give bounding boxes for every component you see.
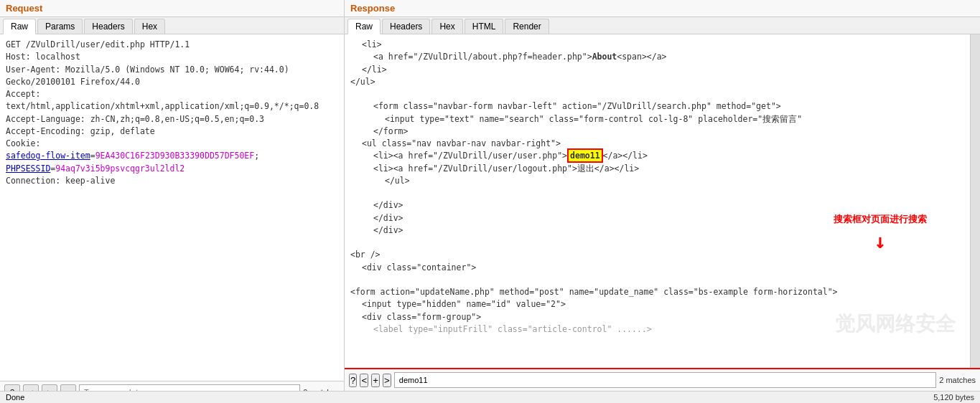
- accept-language-header: Accept-Language: zh-CN,zh;q=0.8,en-US;q=…: [6, 113, 338, 125]
- demo11-highlight: demo11: [567, 148, 603, 163]
- li-close-1: </li>: [350, 64, 964, 76]
- tab-hex-request[interactable]: Hex: [134, 19, 165, 34]
- annotation-text: 搜索框对页面进行搜索: [834, 212, 927, 227]
- connection-header: Connection: keep-alive: [6, 175, 338, 187]
- user-agent-header: User-Agent: Mozilla/5.0 (Windows NT 10.0…: [6, 64, 338, 76]
- li-logout: <li><a href="/ZVulDrill/user/logout.php"…: [350, 163, 964, 175]
- request-panel: Request Raw Params Headers Hex GET /ZVul…: [0, 0, 345, 403]
- byte-count: 5,120 bytes: [933, 393, 974, 402]
- annotation-container: 搜索框对页面进行搜索 ↓: [834, 212, 927, 257]
- response-right-inner: <li> <a href="/ZVulDrill/about.php?f=hea…: [345, 34, 980, 368]
- response-panel: Response Raw Headers Hex HTML Render <li…: [345, 0, 980, 403]
- li-1: <li>: [350, 39, 964, 51]
- div-close-1: </div>: [350, 199, 964, 212]
- form-updatename: <form action="updateName.php" method="po…: [350, 286, 964, 298]
- div-container: <div class="container">: [350, 262, 964, 274]
- input-search: <input type="text" name="search" class="…: [350, 113, 964, 125]
- status-bar: 5,120 bytes: [345, 391, 980, 403]
- scrollbar[interactable]: [970, 34, 980, 368]
- input-hidden: <input type="hidden" name="id" value="2"…: [350, 298, 964, 310]
- request-content: GET /ZVulDrill/user/edit.php HTTP/1.1 Ho…: [0, 34, 344, 381]
- tab-html-response[interactable]: HTML: [465, 19, 504, 34]
- search-input-response[interactable]: [394, 372, 936, 388]
- accept-encoding-header: Accept-Encoding: gzip, deflate: [6, 125, 338, 138]
- response-content: <li> <a href="/ZVulDrill/about.php?f=hea…: [345, 34, 970, 368]
- response-search-bar: ? < + > 2 matches: [345, 368, 980, 391]
- ul-nav: <ul class="nav navbar-nav navbar-right">: [350, 138, 964, 150]
- accept-header: Accept: text/html,application/xhtml+xml,…: [6, 88, 338, 113]
- cookie-val-phpsessid: 94aq7v3i5b9psvcqgr3ul2ldl2: [55, 163, 185, 174]
- cookie-phpsessid: PHPSESSID=94aq7v3i5b9psvcqgr3ul2ldl2: [6, 163, 338, 175]
- cookie-safedog: safedog-flow-item=9EA430C16F23D930B33390…: [6, 150, 338, 162]
- div-form-group: <div class="form-group">: [350, 311, 964, 323]
- response-tabs: Raw Headers Hex HTML Render: [345, 17, 980, 34]
- form-close: </form>: [350, 125, 964, 138]
- prev-button-response[interactable]: <: [360, 374, 368, 387]
- forward-button-response[interactable]: >: [383, 374, 391, 387]
- tab-raw-request[interactable]: Raw: [3, 19, 36, 34]
- next-button-response[interactable]: +: [371, 374, 380, 387]
- response-title: Response: [345, 0, 980, 17]
- tab-headers-request[interactable]: Headers: [84, 19, 132, 34]
- cookie-key-phpsessid: PHPSESSID: [6, 163, 50, 174]
- form-open: <form class="navbar-form navbar-left" ac…: [350, 100, 964, 113]
- host-header: Host: localhost: [6, 51, 338, 63]
- tab-headers-response[interactable]: Headers: [382, 19, 430, 34]
- cookie-key-safedog: safedog-flow-item: [6, 151, 90, 161]
- done-status: Done: [0, 391, 345, 403]
- li-demo11: <li><a href="/ZVulDrill/user/user.php">d…: [350, 150, 964, 162]
- gecko-line: Gecko/20100101 Firefox/44.0: [6, 76, 338, 88]
- tab-params[interactable]: Params: [37, 19, 83, 34]
- tab-render-response[interactable]: Render: [505, 19, 549, 34]
- tab-hex-response[interactable]: Hex: [431, 19, 462, 34]
- help-button-response[interactable]: ?: [349, 374, 357, 387]
- ul-close-1: </ul>: [350, 76, 964, 88]
- request-line: GET /ZVulDrill/user/edit.php HTTP/1.1: [6, 39, 338, 51]
- cookie-val-safedog: 9EA430C16F23D930B33390DD57DF50EF: [95, 151, 255, 161]
- tab-raw-response[interactable]: Raw: [347, 19, 381, 34]
- request-title: Request: [0, 0, 344, 17]
- request-tabs: Raw Params Headers Hex: [0, 17, 344, 34]
- label-input-line: <label type="inputFrill" class="article-…: [350, 323, 964, 336]
- a-about: <a href="/ZVulDrill/about.php?f=header.p…: [350, 51, 964, 63]
- cookie-header: Cookie:: [6, 138, 338, 150]
- match-count-response: 2 matches: [939, 376, 976, 384]
- annotation-arrow: ↓: [834, 227, 927, 257]
- ul-close-2: </ul>: [350, 175, 964, 187]
